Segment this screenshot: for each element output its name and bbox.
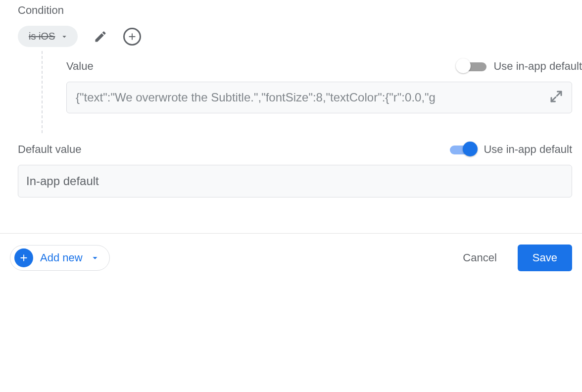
chevron-down-icon bbox=[90, 252, 100, 263]
value-input[interactable] bbox=[75, 90, 543, 105]
default-use-default-toggle[interactable] bbox=[447, 144, 477, 155]
value-use-default-label: Use in-app default bbox=[493, 60, 582, 73]
add-new-label: Add new bbox=[40, 251, 83, 264]
value-label: Value bbox=[66, 60, 94, 73]
default-value-label: Default value bbox=[18, 143, 81, 156]
default-use-default-label: Use in-app default bbox=[484, 143, 572, 156]
add-new-button[interactable]: Add new bbox=[10, 245, 110, 271]
expand-icon bbox=[549, 89, 564, 104]
pencil-icon bbox=[94, 30, 107, 44]
value-use-default-toggle[interactable] bbox=[457, 60, 486, 72]
expand-value-button[interactable] bbox=[549, 89, 564, 106]
plus-icon bbox=[18, 252, 29, 263]
cancel-button[interactable]: Cancel bbox=[457, 246, 502, 269]
edit-condition-button[interactable] bbox=[92, 28, 109, 46]
condition-chip-label: is iOS bbox=[29, 31, 55, 42]
chevron-down-icon bbox=[60, 32, 69, 41]
condition-label: Condition bbox=[18, 4, 582, 17]
plus-icon bbox=[127, 31, 138, 42]
save-button[interactable]: Save bbox=[518, 245, 572, 271]
condition-chip[interactable]: is iOS bbox=[18, 26, 78, 47]
default-value-text: In-app default bbox=[26, 174, 99, 188]
default-value-input[interactable]: In-app default bbox=[18, 165, 572, 197]
add-condition-button[interactable] bbox=[123, 28, 141, 46]
add-new-plus-circle bbox=[14, 248, 33, 267]
